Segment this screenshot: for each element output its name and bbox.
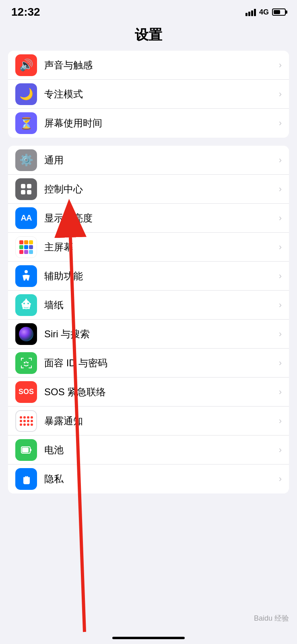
svg-rect-34 — [22, 448, 29, 452]
svg-rect-0 — [21, 184, 25, 188]
screentime-label: 屏幕使用时间 — [44, 117, 276, 130]
siri-icon — [15, 323, 37, 345]
sos-label: SOS 紧急联络 — [44, 386, 276, 398]
focus-label: 专注模式 — [44, 88, 276, 101]
sos-icon: SOS — [15, 381, 37, 403]
page-title-bar: 设置 — [0, 22, 297, 51]
exposure-label: 暴露通知 — [44, 415, 276, 427]
svg-rect-10 — [19, 250, 23, 254]
homescreen-icon — [15, 236, 37, 258]
settings-row-display[interactable]: AA 显示与亮度 › — [8, 204, 289, 233]
svg-rect-27 — [29, 367, 31, 368]
accessibility-icon — [15, 265, 37, 287]
svg-point-15 — [27, 303, 29, 304]
siri-label: Siri 与搜索 — [44, 328, 276, 341]
svg-rect-23 — [29, 358, 31, 359]
settings-group-1: 🔊 声音与触感 › 🌙 专注模式 › ⏳ 屏幕使用时间 › — [8, 51, 289, 138]
privacy-icon — [15, 468, 37, 490]
watermark: Baidu 经验 — [254, 613, 289, 623]
chevron-icon: › — [279, 445, 282, 455]
chevron-icon: › — [279, 358, 282, 368]
network-type-label: 4G — [259, 8, 269, 17]
chevron-icon: › — [279, 271, 282, 281]
faceid-icon — [15, 352, 37, 374]
svg-rect-5 — [24, 240, 28, 244]
svg-rect-28 — [31, 365, 32, 368]
general-label: 通用 — [44, 154, 276, 167]
chevron-icon: › — [279, 118, 282, 128]
settings-row-focus[interactable]: 🌙 专注模式 › — [8, 80, 289, 109]
chevron-icon: › — [279, 60, 282, 70]
status-bar: 12:32 4G — [0, 0, 297, 22]
chevron-icon: › — [279, 474, 282, 484]
home-indicator — [112, 637, 185, 639]
svg-point-30 — [27, 362, 29, 363]
settings-row-general[interactable]: ⚙️ 通用 › — [8, 146, 289, 175]
settings-group-2: ⚙️ 通用 › 控制中心 › AA 显示与亮度 › — [8, 146, 289, 493]
settings-row-accessibility[interactable]: 辅助功能 › — [8, 262, 289, 291]
chevron-icon: › — [279, 329, 282, 339]
settings-row-siri[interactable]: Siri 与搜索 › — [8, 320, 289, 349]
svg-rect-33 — [30, 449, 31, 451]
settings-row-privacy[interactable]: 隐私 › — [8, 464, 289, 493]
battery-settings-icon — [15, 439, 37, 461]
svg-rect-24 — [31, 358, 32, 361]
svg-point-19 — [23, 308, 24, 309]
svg-rect-12 — [29, 250, 33, 254]
svg-rect-11 — [24, 250, 28, 254]
svg-point-20 — [28, 308, 30, 309]
svg-point-17 — [21, 303, 23, 305]
sound-icon: 🔊 — [15, 54, 37, 76]
svg-rect-7 — [19, 245, 23, 249]
settings-row-sound[interactable]: 🔊 声音与触感 › — [8, 51, 289, 80]
settings-row-homescreen[interactable]: 主屏幕 › — [8, 233, 289, 262]
homescreen-label: 主屏幕 — [44, 241, 276, 254]
faceid-label: 面容 ID 与密码 — [44, 357, 276, 369]
display-icon: AA — [15, 207, 37, 229]
svg-rect-4 — [19, 240, 23, 244]
display-label: 显示与亮度 — [44, 212, 276, 225]
focus-icon: 🌙 — [15, 83, 37, 105]
chevron-icon: › — [279, 300, 282, 310]
controlcenter-icon — [15, 178, 37, 200]
svg-point-18 — [29, 303, 31, 305]
chevron-icon: › — [279, 155, 282, 165]
exposure-icon — [15, 410, 37, 432]
svg-rect-1 — [27, 184, 31, 188]
chevron-icon: › — [279, 242, 282, 252]
svg-rect-9 — [29, 245, 33, 249]
privacy-label: 隐私 — [44, 473, 276, 485]
wallpaper-label: 墙纸 — [44, 299, 276, 312]
svg-rect-2 — [21, 190, 25, 194]
chevron-icon: › — [279, 416, 282, 426]
svg-rect-26 — [21, 365, 22, 368]
controlcenter-label: 控制中心 — [44, 183, 276, 196]
settings-row-faceid[interactable]: 面容 ID 与密码 › — [8, 349, 289, 378]
battery-label: 电池 — [44, 444, 276, 456]
svg-rect-3 — [27, 190, 31, 194]
battery-icon — [272, 8, 286, 16]
chevron-icon: › — [279, 184, 282, 194]
svg-point-13 — [25, 270, 28, 273]
general-icon: ⚙️ — [15, 149, 37, 171]
settings-row-exposure[interactable]: 暴露通知 › — [8, 407, 289, 436]
chevron-icon: › — [279, 387, 282, 397]
svg-rect-22 — [21, 358, 22, 361]
screentime-icon: ⏳ — [15, 112, 37, 134]
page-title: 设置 — [0, 26, 297, 44]
settings-row-wallpaper[interactable]: 墙纸 › — [8, 291, 289, 320]
svg-point-29 — [24, 362, 25, 363]
wallpaper-icon — [15, 294, 37, 316]
settings-row-battery[interactable]: 电池 › — [8, 436, 289, 464]
chevron-icon: › — [279, 89, 282, 99]
svg-point-14 — [23, 303, 25, 304]
settings-row-screentime[interactable]: ⏳ 屏幕使用时间 › — [8, 109, 289, 138]
svg-point-16 — [25, 299, 27, 300]
status-time: 12:32 — [11, 6, 40, 19]
settings-row-controlcenter[interactable]: 控制中心 › — [8, 175, 289, 204]
settings-row-sos[interactable]: SOS SOS 紧急联络 › — [8, 378, 289, 407]
status-icons: 4G — [245, 8, 286, 17]
svg-rect-8 — [24, 245, 28, 249]
chevron-icon: › — [279, 213, 282, 223]
sound-label: 声音与触感 — [44, 59, 276, 72]
